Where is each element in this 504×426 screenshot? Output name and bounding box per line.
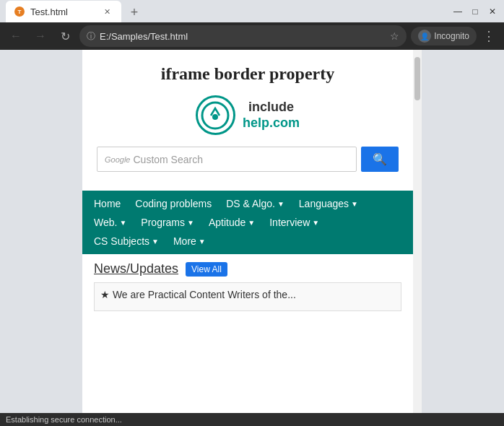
nav-row-2: Web. ▼ Programs ▼ Aptitude ▼ Interview ▼ [82,217,413,235]
programs-arrow-icon: ▼ [187,219,194,227]
favicon-text: T [18,9,22,15]
content-wrapper: iframe border property [82,50,422,413]
window-controls: — □ ✕ [452,6,498,17]
logo-area: include help.com [97,95,399,135]
scrollbar-thumb[interactable] [414,57,420,100]
search-container: Google Custom Search 🔍 [97,147,399,172]
browser-tab[interactable]: T Test.html ✕ [6,1,121,22]
more-arrow-icon: ▼ [199,238,206,245]
search-icon: 🔍 [373,153,387,165]
logo-svg [201,101,230,130]
main-content: iframe border property [82,50,413,413]
logo-circle [196,95,235,135]
news-section: News/Updates View All ★ We are Practical… [82,254,413,318]
nav-item-home[interactable]: Home [94,198,121,209]
nav-item-interview[interactable]: Interview ▼ [269,217,319,228]
profile-icon: 👤 [418,30,431,43]
nav-item-programs[interactable]: Programs ▼ [141,217,194,228]
tab-label: Test.html [30,6,68,17]
nav-item-more[interactable]: More ▼ [173,235,206,247]
profile-icon-symbol: 👤 [420,32,429,40]
new-tab-button[interactable]: + [124,2,144,22]
nav-item-aptitude[interactable]: Aptitude ▼ [209,217,255,228]
browser-menu-button[interactable]: ⋮ [479,25,498,47]
forward-button[interactable]: → [30,26,51,46]
info-icon: ⓘ [87,30,95,43]
url-text: E:/Samples/Test.html [100,31,386,42]
nav-row-1: Home Coding problems DS & Algo. ▼ Langua… [82,191,413,217]
url-bar[interactable]: ⓘ E:/Samples/Test.html ☆ [79,25,407,47]
tab-area: T Test.html ✕ + [6,0,452,22]
news-header: News/Updates View All [94,261,401,277]
interview-arrow-icon: ▼ [312,219,319,227]
tab-favicon: T [14,6,25,17]
svg-point-1 [212,114,218,120]
ds-arrow-icon: ▼ [277,200,284,208]
nav-item-coding[interactable]: Coding problems [135,198,212,209]
bookmark-icon[interactable]: ☆ [390,30,399,42]
logo-line1: include [243,100,300,116]
web-arrow-icon: ▼ [119,219,126,227]
nav-item-cs[interactable]: CS Subjects ▼ [94,235,159,247]
nav-item-web[interactable]: Web. ▼ [94,217,126,228]
nav-item-languages[interactable]: Languages ▼ [299,198,358,209]
status-bar: Establishing secure connection... [0,413,504,426]
status-text: Establishing secure connection... [6,415,122,424]
google-label: Google [105,155,130,164]
news-title: News/Updates [94,261,178,277]
logo-line2: help.com [243,116,300,131]
logo-text: include help.com [243,100,300,131]
tab-close-button[interactable]: ✕ [101,6,113,17]
aptitude-arrow-icon: ▼ [248,219,255,227]
reload-button[interactable]: ↻ [55,26,75,46]
maximize-button[interactable]: □ [469,6,481,17]
search-input-wrapper[interactable]: Google Custom Search [97,147,357,172]
news-item: ★ We are Practical Content Writers of th… [94,282,401,311]
lang-arrow-icon: ▼ [351,200,358,208]
profile-button[interactable]: 👤 Incognito [411,27,477,45]
profile-label: Incognito [434,31,469,41]
address-bar: ← → ↻ ⓘ E:/Samples/Test.html ☆ 👤 Incogni… [0,22,504,50]
page-content: iframe border property [82,50,413,191]
page-title: iframe border property [97,64,399,84]
nav-menu: Home Coding problems DS & Algo. ▼ Langua… [82,191,413,254]
minimize-button[interactable]: — [452,6,464,17]
back-button[interactable]: ← [6,26,26,46]
address-right: 👤 Incognito ⋮ [411,25,498,47]
nav-row-3: CS Subjects ▼ More ▼ [82,235,413,254]
view-all-button[interactable]: View All [186,262,227,277]
search-placeholder: Custom Search [133,154,202,165]
cs-arrow-icon: ▼ [152,238,159,245]
scrollbar[interactable] [413,50,422,413]
nav-item-ds[interactable]: DS & Algo. ▼ [226,198,284,209]
close-button[interactable]: ✕ [487,6,498,17]
title-bar: T Test.html ✕ + — □ ✕ [0,0,504,22]
search-button[interactable]: 🔍 [361,147,399,172]
